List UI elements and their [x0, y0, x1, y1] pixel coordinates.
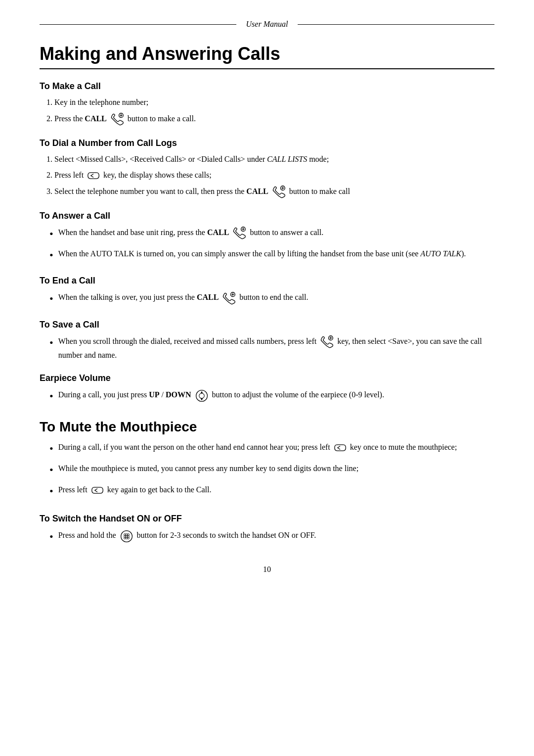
mute-bullet-1: During a call, if you want the person on… — [49, 441, 494, 457]
make-call-step-2: Press the CALL button to make a call. — [54, 112, 494, 126]
earpiece-volume-bullets: During a call, you just press UP / DOWN … — [49, 388, 494, 405]
call-icon-3 — [232, 226, 246, 240]
section-heading-make-call: To Make a Call — [40, 81, 494, 92]
end-call-bullet-1: When the talking is over, you just press… — [49, 291, 494, 307]
power-icon — [120, 529, 134, 543]
mute-bullets: During a call, if you want the person on… — [49, 441, 494, 500]
section-heading-switch-handset: To Switch the Handset ON or OFF — [40, 514, 494, 524]
section-heading-dial-logs: To Dial a Number from Call Logs — [40, 138, 494, 148]
section-make-call: To Make a Call Key in the telephone numb… — [40, 81, 494, 126]
svg-rect-24 — [124, 537, 126, 539]
svg-rect-19 — [126, 533, 128, 535]
svg-rect-20 — [127, 533, 129, 535]
switch-handset-bullet-1: Press and hold the button for 2-3 second… — [49, 529, 494, 545]
call-icon-1 — [110, 112, 124, 126]
make-call-step-1: Key in the telephone number; — [54, 96, 494, 108]
section-dial-logs: To Dial a Number from Call Logs Select <… — [40, 138, 494, 199]
dial-logs-step-2: Press left key, the display shows these … — [54, 169, 494, 181]
svg-rect-23 — [127, 535, 129, 537]
section-heading-answer-call: To Answer a Call — [40, 211, 494, 221]
nav-left-icon-1 — [87, 171, 100, 181]
call-icon-5 — [320, 335, 334, 349]
save-call-bullets: When you scroll through the dialed, rece… — [49, 335, 494, 362]
section-heading-mute: To Mute the Mouthpiece — [40, 419, 494, 435]
call-icon-4 — [222, 291, 236, 305]
answer-call-bullet-1: When the handset and base unit ring, pre… — [49, 226, 494, 242]
section-switch-handset: To Switch the Handset ON or OFF Press an… — [40, 514, 494, 545]
svg-rect-26 — [127, 537, 129, 539]
switch-handset-bullets: Press and hold the button for 2-3 second… — [49, 529, 494, 545]
volume-icon — [195, 389, 209, 403]
section-answer-call: To Answer a Call When the handset and ba… — [40, 211, 494, 264]
svg-point-17 — [121, 530, 132, 542]
svg-rect-21 — [124, 535, 126, 537]
earpiece-volume-bullet-1: During a call, you just press UP / DOWN … — [49, 388, 494, 405]
title-underline — [40, 68, 494, 69]
dial-logs-step-1: Select <Missed Calls>, <Received Calls> … — [54, 153, 494, 165]
svg-rect-22 — [126, 535, 128, 537]
end-call-bullets: When the talking is over, you just press… — [49, 291, 494, 307]
svg-rect-18 — [124, 533, 126, 535]
svg-rect-25 — [126, 537, 128, 539]
make-call-steps: Key in the telephone number; Press the C… — [54, 96, 494, 126]
mute-bullet-3: Press left key again to get back to the … — [49, 483, 494, 500]
section-earpiece-volume: Earpiece Volume During a call, you just … — [40, 373, 494, 405]
save-call-bullet-1: When you scroll through the dialed, rece… — [49, 335, 494, 362]
mute-nav-icon-2 — [91, 485, 104, 495]
section-heading-end-call: To End a Call — [40, 276, 494, 286]
section-mute: To Mute the Mouthpiece During a call, if… — [40, 419, 494, 500]
section-save-call: To Save a Call When you scroll through t… — [40, 320, 494, 362]
section-heading-save-call: To Save a Call — [40, 320, 494, 330]
mute-bullet-2: While the mouthpiece is muted, you canno… — [49, 462, 494, 478]
page-title: Making and Answering Calls — [40, 44, 494, 64]
header-title: User Manual — [236, 20, 298, 29]
section-end-call: To End a Call When the talking is over, … — [40, 276, 494, 307]
header-bar: User Manual — [40, 20, 494, 29]
mute-nav-icon-1 — [334, 443, 347, 453]
svg-point-16 — [199, 393, 204, 399]
page-number: 10 — [40, 565, 494, 574]
answer-call-bullets: When the handset and base unit ring, pre… — [49, 226, 494, 264]
dial-logs-step-3: Select the telephone number you want to … — [54, 185, 494, 199]
call-icon-2 — [272, 185, 286, 199]
section-heading-earpiece-volume: Earpiece Volume — [40, 373, 494, 383]
answer-call-bullet-2: When the AUTO TALK is turned on, you can… — [49, 247, 494, 264]
dial-logs-steps: Select <Missed Calls>, <Received Calls> … — [54, 153, 494, 199]
